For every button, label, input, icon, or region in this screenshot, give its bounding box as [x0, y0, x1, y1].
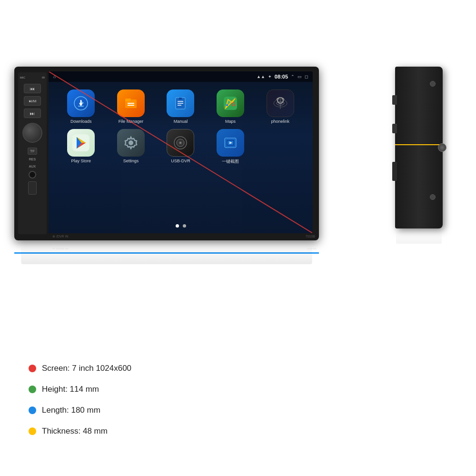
app-maps[interactable]: G Maps — [208, 89, 254, 125]
connector-tab-bottom — [392, 162, 397, 181]
signal-icon: ▲▲ — [257, 74, 265, 79]
stereo-front-section: MIC IR ⏮ ⏯/M ⏭ TF RES AUX — [14, 67, 347, 252]
phonelink-icon — [267, 89, 294, 117]
spec-dot-thickness — [29, 427, 36, 435]
specs-section: Screen: 7 inch 1024x600 Height: 114 mm L… — [29, 364, 131, 447]
volume-knob[interactable] — [22, 123, 42, 143]
status-right: ▲▲ ✦ 08:05 ⌃ ▭ ◻ — [257, 74, 308, 79]
file-manager-icon — [117, 89, 145, 117]
spec-screen: Screen: 7 inch 1024x600 — [29, 364, 131, 373]
window-icon: ▭ — [298, 74, 302, 79]
app-screenshot[interactable]: 一键截图 — [208, 129, 254, 165]
aux-label: AUX — [29, 165, 36, 168]
expand-icon: ⌃ — [291, 74, 295, 79]
reflection-labels: ⊕ /DVR IN7010B — [52, 248, 317, 249]
spec-dot-height — [29, 386, 36, 393]
spec-height: Height: 114 mm — [29, 385, 131, 394]
screenshot-icon — [217, 129, 244, 157]
connector-tab-top — [392, 95, 397, 105]
spec-thickness: Thickness: 48 mm — [29, 426, 131, 436]
screw-top — [430, 81, 436, 87]
status-bar: ⌂ ▲▲ ✦ 08:05 ⌃ ▭ ◻ — [49, 71, 313, 82]
svg-point-19 — [226, 104, 228, 106]
screenshot-label: 一键截图 — [222, 159, 239, 165]
page-dots — [176, 224, 186, 228]
manual-label: Manual — [174, 119, 188, 124]
left-control-panel: MIC IR ⏮ ⏯/M ⏭ TF RES AUX — [18, 72, 47, 234]
stereo-unit: MIC IR ⏮ ⏯/M ⏭ TF RES AUX — [14, 67, 319, 240]
svg-rect-14 — [179, 98, 182, 99]
page-dot-2 — [183, 224, 186, 228]
phonelink-label: phonelink — [271, 119, 289, 124]
svg-rect-6 — [125, 99, 131, 101]
app-file-manager[interactable]: File Manager — [108, 89, 154, 125]
clock: 08:05 — [275, 74, 288, 79]
file-manager-label: File Manager — [119, 119, 144, 124]
app-manual[interactable]: Manual — [158, 89, 204, 125]
thickness-indicator-line — [395, 144, 443, 145]
downloads-icon — [67, 89, 95, 117]
spec-dot-length — [29, 407, 36, 414]
next-button[interactable]: ⏭ — [24, 109, 41, 118]
svg-point-33 — [180, 142, 181, 144]
toggle-switch[interactable] — [28, 181, 37, 195]
side-view-section — [395, 67, 452, 252]
page-dot-1 — [176, 224, 179, 228]
side-unit — [395, 67, 443, 228]
side-knob — [438, 143, 446, 152]
usb-dvr-icon — [167, 129, 194, 157]
android-screen: ⌂ ▲▲ ✦ 08:05 ⌃ ▭ ◻ — [49, 71, 313, 233]
settings-label: Settings — [123, 159, 139, 163]
maps-icon: G — [217, 89, 244, 117]
app-usb-dvr[interactable]: USB-DVR — [158, 129, 204, 165]
settings-icon — [117, 129, 145, 157]
aux-port — [29, 171, 36, 178]
app-settings[interactable]: Settings — [108, 129, 154, 165]
connector-tab-mid — [392, 124, 397, 133]
app-grid: Downloads — [53, 85, 308, 169]
svg-marker-1 — [79, 101, 84, 103]
spec-dot-screen — [29, 365, 36, 372]
screw-bottom — [430, 194, 436, 200]
fm-button[interactable]: ⏯/M — [24, 96, 41, 106]
svg-text:G: G — [231, 101, 236, 107]
bluetooth-icon: ✦ — [268, 74, 272, 79]
usb-dvr-label: USB-DVR — [171, 159, 190, 163]
maps-label: Maps — [225, 119, 236, 124]
spec-text-height: Height: 114 mm — [42, 385, 99, 394]
app-phonelink[interactable]: phonelink — [257, 89, 303, 125]
mic-label: MIC — [20, 76, 25, 79]
play-store-label: Play Store — [71, 159, 91, 163]
android-icon: ◻ — [305, 74, 308, 79]
status-left: ⌂ — [53, 74, 56, 79]
main-container: MIC IR ⏮ ⏯/M ⏭ TF RES AUX — [0, 0, 476, 476]
bottom-left-label: ⊕ /DVR IN — [52, 235, 69, 238]
home-indicator: ⌂ — [53, 74, 56, 79]
tf-slot-label: TF — [28, 148, 37, 155]
screen-bezel: ⌂ ▲▲ ✦ 08:05 ⌃ ▭ ◻ — [49, 71, 313, 233]
res-label: RES — [29, 158, 36, 161]
bottom-right-label: 7010B — [306, 235, 315, 238]
manual-icon — [167, 89, 194, 117]
ir-label: IR — [42, 76, 45, 79]
side-reflection — [396, 229, 442, 244]
spec-text-length: Length: 180 mm — [42, 406, 100, 415]
app-downloads[interactable]: Downloads — [58, 89, 104, 125]
app-play-store[interactable]: Play Store — [58, 129, 104, 165]
svg-point-29 — [129, 140, 133, 145]
spec-text-thickness: Thickness: 48 mm — [42, 426, 108, 436]
downloads-label: Downloads — [70, 119, 92, 124]
prev-button[interactable]: ⏮ — [24, 84, 41, 93]
spec-text-screen: Screen: 7 inch 1024x600 — [42, 364, 131, 373]
play-store-icon — [67, 129, 95, 157]
spec-length: Length: 180 mm — [29, 406, 131, 415]
